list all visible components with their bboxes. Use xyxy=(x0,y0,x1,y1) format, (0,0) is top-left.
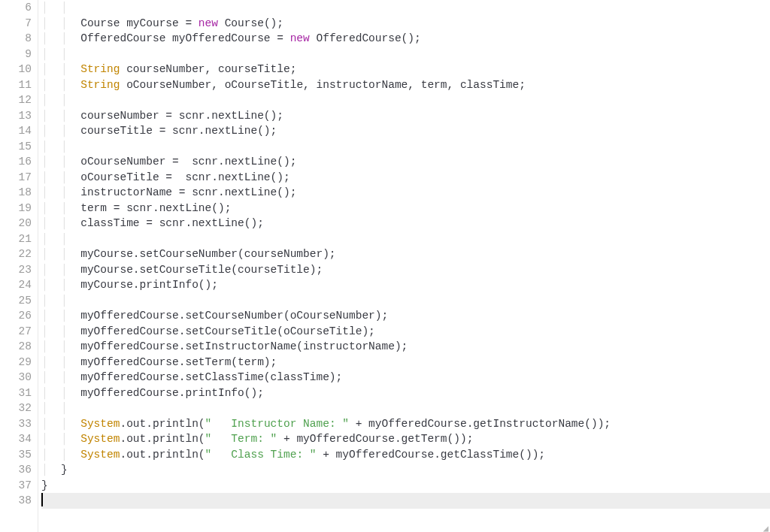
line-number: 28 xyxy=(0,339,38,355)
code-line[interactable]: │ │ myOfferedCourse.setInstructorName(in… xyxy=(41,339,770,355)
code-line[interactable]: │ │ xyxy=(41,92,770,108)
code-line[interactable]: │ │ xyxy=(41,139,770,155)
line-number: 7 xyxy=(0,16,38,32)
line-number: 22 xyxy=(0,246,38,262)
code-line[interactable]: │ │ xyxy=(41,231,770,247)
code-token: myOfferedCourse.setTerm(term); xyxy=(80,356,277,368)
code-token: + xyxy=(283,433,290,445)
resize-handle-icon[interactable]: ◢ xyxy=(759,521,768,530)
line-number: 19 xyxy=(0,201,38,216)
code-token: System xyxy=(80,433,120,445)
code-token: courseNumber, courseTitle; xyxy=(120,63,296,75)
code-token: myOfferedCourse.getTerm()); xyxy=(290,433,474,445)
line-number: 26 xyxy=(0,308,38,324)
code-line[interactable]: │ │ System.out.println(" Class Time: " +… xyxy=(41,447,770,463)
code-token: scnr.nextLine(); xyxy=(172,171,290,183)
code-line[interactable] xyxy=(41,493,770,509)
code-line[interactable]: │ │ myOfferedCourse.setCourseNumber(oCou… xyxy=(41,308,770,324)
code-token: new xyxy=(199,17,218,29)
code-token: String xyxy=(80,63,120,75)
code-line[interactable]: │ │ courseTitle = scnr.nextLine(); xyxy=(41,123,770,139)
code-token xyxy=(277,433,283,445)
line-number: 25 xyxy=(0,293,38,309)
code-token: = xyxy=(172,156,179,168)
code-token: = xyxy=(146,217,153,229)
code-line[interactable]: │ │ OfferedCourse myOfferedCourse = new … xyxy=(41,31,770,47)
code-token: .out.println( xyxy=(120,418,205,430)
code-line[interactable]: │ │ System.out.println(" Term: " + myOff… xyxy=(41,431,770,447)
code-token: + xyxy=(323,449,329,461)
code-token: " Class Time: " xyxy=(205,449,317,461)
code-line[interactable]: │ │ oCourseTitle = scnr.nextLine(); xyxy=(41,170,770,186)
code-token: myOfferedCourse.setCourseNumber(oCourseN… xyxy=(80,310,388,322)
code-token xyxy=(317,449,323,461)
code-line[interactable]: │ │ xyxy=(41,293,770,309)
code-line[interactable]: │ │ Course myCourse = new Course(); xyxy=(41,16,770,32)
code-line[interactable]: │ │ String oCourseNumber, oCourseTitle, … xyxy=(41,77,770,93)
code-line[interactable]: │ │ myOfferedCourse.setClassTime(classTi… xyxy=(41,370,770,385)
line-number: 9 xyxy=(0,47,38,62)
code-line[interactable]: │ │ myCourse.setCourseTitle(courseTitle)… xyxy=(41,262,770,278)
code-token: new xyxy=(290,32,310,44)
line-number: 13 xyxy=(0,108,38,124)
code-line[interactable]: │ │ System.out.println(" Instructor Name… xyxy=(41,416,770,432)
code-token: = xyxy=(277,32,283,44)
code-token: term xyxy=(80,202,114,214)
code-line[interactable]: │ │ xyxy=(41,0,770,16)
code-token: } xyxy=(61,464,68,476)
code-token: oCourseTitle xyxy=(80,171,165,183)
code-line[interactable]: │ │ String courseNumber, courseTitle; xyxy=(41,62,770,77)
code-line[interactable]: │ │ myOfferedCourse.setCourseTitle(oCour… xyxy=(41,324,770,340)
code-token: System xyxy=(80,418,120,430)
line-number: 11 xyxy=(0,77,38,93)
line-number: 12 xyxy=(0,92,38,108)
line-number: 14 xyxy=(0,123,38,139)
code-token: Course(); xyxy=(218,17,283,29)
code-token: oCourseNumber xyxy=(80,156,172,168)
code-token: scnr.nextLine(); xyxy=(153,217,264,229)
code-area[interactable]: │ │ │ │ Course myCourse = new Course();│… xyxy=(38,0,770,532)
code-line[interactable]: │ │ myOfferedCourse.printInfo(); xyxy=(41,385,770,401)
line-number: 10 xyxy=(0,62,38,77)
line-number: 17 xyxy=(0,170,38,186)
code-line[interactable]: │ │ classTime = scnr.nextLine(); xyxy=(41,216,770,231)
code-line[interactable]: } xyxy=(41,478,770,494)
line-number: 32 xyxy=(0,401,38,416)
line-number: 37 xyxy=(0,478,38,494)
code-editor[interactable]: 6789101112131415161718192021222324252627… xyxy=(0,0,770,532)
line-number: 38 xyxy=(0,493,38,509)
line-number: 29 xyxy=(0,355,38,370)
code-token: .out.println( xyxy=(120,449,205,461)
code-token: myOfferedCourse.setCourseTitle(oCourseTi… xyxy=(80,325,375,337)
line-number: 27 xyxy=(0,324,38,340)
code-line[interactable]: │ │ myCourse.setCourseNumber(courseNumbe… xyxy=(41,246,770,262)
code-line[interactable]: │ │ oCourseNumber = scnr.nextLine(); xyxy=(41,154,770,170)
code-line[interactable]: │ │ myCourse.printInfo(); xyxy=(41,277,770,293)
code-token: scnr.nextLine(); xyxy=(185,186,296,198)
line-number: 6 xyxy=(0,0,38,16)
code-token: " Instructor Name: " xyxy=(205,418,349,430)
line-number: 18 xyxy=(0,185,38,201)
code-line[interactable]: │ │ courseNumber = scnr.nextLine(); xyxy=(41,108,770,124)
code-line[interactable]: │ │ xyxy=(41,401,770,416)
code-line[interactable]: │ │ term = scnr.nextLine(); xyxy=(41,201,770,216)
code-line[interactable]: │ │ xyxy=(41,47,770,62)
code-token: .out.println( xyxy=(120,433,205,445)
code-token: scnr.nextLine(); xyxy=(172,110,283,122)
code-token xyxy=(192,17,199,29)
code-token: System xyxy=(80,449,120,461)
code-token: classTime xyxy=(80,217,146,229)
code-token: myCourse.printInfo(); xyxy=(80,279,218,291)
code-token: scnr.nextLine(); xyxy=(179,156,297,168)
code-token: = xyxy=(185,17,192,29)
line-number: 15 xyxy=(0,139,38,155)
code-token: myCourse.setCourseNumber(courseNumber); xyxy=(80,248,335,260)
code-token: myOfferedCourse.getClassTime()); xyxy=(329,449,545,461)
code-token: myOfferedCourse.printInfo(); xyxy=(80,387,264,399)
code-token xyxy=(349,418,356,430)
code-line[interactable]: │ } xyxy=(41,462,770,478)
line-number: 31 xyxy=(0,385,38,401)
code-line[interactable]: │ │ instructorName = scnr.nextLine(); xyxy=(41,185,770,201)
code-token: myOfferedCourse.setInstructorName(instru… xyxy=(80,340,408,352)
code-line[interactable]: │ │ myOfferedCourse.setTerm(term); xyxy=(41,355,770,370)
